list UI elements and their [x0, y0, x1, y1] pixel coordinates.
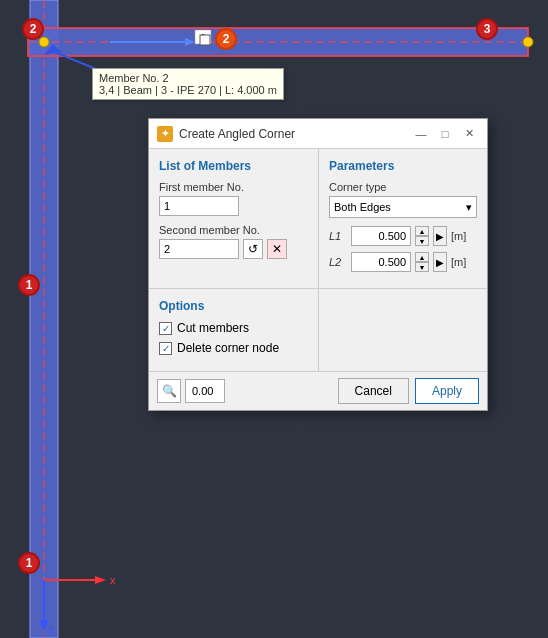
dialog-footer: 🔍 0.00 Cancel Apply	[149, 371, 487, 410]
close-button[interactable]: ✕	[459, 124, 479, 144]
l1-label: L1	[329, 230, 347, 242]
l1-row: L1 ▲ ▼ ▶ [m]	[329, 226, 477, 246]
cut-members-checkbox[interactable]: ✓	[159, 322, 172, 335]
delete-button[interactable]: ✕	[267, 239, 287, 259]
l1-input[interactable]	[351, 226, 411, 246]
l1-unit: [m]	[451, 230, 466, 242]
maximize-button[interactable]: □	[435, 124, 455, 144]
svg-rect-27	[200, 35, 210, 45]
badge-node-1-mid: 1	[18, 274, 40, 296]
parameters-section: Parameters Corner type Both Edges ▾ L1 ▲…	[319, 149, 487, 288]
corner-type-value: Both Edges	[334, 201, 391, 213]
l1-arrow-btn[interactable]: ▶	[433, 226, 447, 246]
dialog-icon: ✦	[157, 126, 173, 142]
l2-row: L2 ▲ ▼ ▶ [m]	[329, 252, 477, 272]
l1-increment[interactable]: ▲	[415, 226, 429, 236]
delete-corner-label: Delete corner node	[177, 341, 279, 355]
delete-corner-row: ✓ Delete corner node	[159, 341, 308, 355]
dropdown-arrow-icon: ▾	[466, 201, 472, 214]
parameters-header: Parameters	[329, 159, 477, 173]
options-right-empty	[319, 289, 487, 371]
l2-input[interactable]	[351, 252, 411, 272]
help-button[interactable]: 🔍	[157, 379, 181, 403]
refresh-button[interactable]: ↺	[243, 239, 263, 259]
create-angled-corner-dialog: ✦ Create Angled Corner — □ ✕ List of Mem…	[148, 118, 488, 411]
l2-label: L2	[329, 256, 347, 268]
first-member-label: First member No.	[159, 181, 308, 193]
svg-point-14	[523, 37, 533, 47]
badge-node-2-top: 2	[215, 28, 237, 50]
footer-right: Cancel Apply	[338, 378, 479, 404]
dialog-title-controls: — □ ✕	[411, 124, 479, 144]
l2-arrow-btn[interactable]: ▶	[433, 252, 447, 272]
options-row: Options ✓ Cut members ✓ Delete corner no…	[149, 289, 487, 371]
first-member-row	[159, 196, 308, 216]
minimize-button[interactable]: —	[411, 124, 431, 144]
cancel-button[interactable]: Cancel	[338, 378, 409, 404]
l2-decrement[interactable]: ▼	[415, 262, 429, 272]
badge-node-1-bottom: 1	[18, 552, 40, 574]
dialog-main-content: List of Members First member No. Second …	[149, 149, 487, 289]
cut-members-row: ✓ Cut members	[159, 321, 308, 335]
svg-text:x: x	[110, 574, 116, 586]
dialog-title-area: ✦ Create Angled Corner	[157, 126, 295, 142]
first-member-input[interactable]	[159, 196, 239, 216]
apply-button[interactable]: Apply	[415, 378, 479, 404]
second-member-row: ↺ ✕	[159, 239, 308, 259]
l1-spinner: ▲ ▼	[415, 226, 429, 246]
l2-unit: [m]	[451, 256, 466, 268]
badge-node-3: 3	[476, 18, 498, 40]
dialog-title-text: Create Angled Corner	[179, 127, 295, 141]
second-member-input[interactable]	[159, 239, 239, 259]
footer-left: 🔍 0.00	[157, 379, 225, 403]
svg-text:z: z	[48, 623, 54, 635]
dialog-titlebar: ✦ Create Angled Corner — □ ✕	[149, 119, 487, 149]
list-members-header: List of Members	[159, 159, 308, 173]
l2-spinner: ▲ ▼	[415, 252, 429, 272]
options-header: Options	[159, 299, 308, 313]
footer-value-display: 0.00	[185, 379, 225, 403]
list-of-members-section: List of Members First member No. Second …	[149, 149, 319, 288]
delete-corner-checkbox[interactable]: ✓	[159, 342, 172, 355]
member-tooltip: Member No. 2 3,4 | Beam | 3 - IPE 270 | …	[92, 68, 284, 100]
options-section: Options ✓ Cut members ✓ Delete corner no…	[149, 289, 319, 371]
corner-type-label: Corner type	[329, 181, 477, 193]
tooltip-line1: Member No. 2	[99, 72, 277, 84]
svg-point-13	[39, 37, 49, 47]
cut-members-label: Cut members	[177, 321, 249, 335]
badge-node-2-left: 2	[22, 18, 44, 40]
corner-type-dropdown[interactable]: Both Edges ▾	[329, 196, 477, 218]
tooltip-line2: 3,4 | Beam | 3 - IPE 270 | L: 4.000 m	[99, 84, 277, 96]
second-member-label: Second member No.	[159, 224, 308, 236]
help-icon: 🔍	[162, 384, 177, 398]
l2-increment[interactable]: ▲	[415, 252, 429, 262]
l1-decrement[interactable]: ▼	[415, 236, 429, 246]
